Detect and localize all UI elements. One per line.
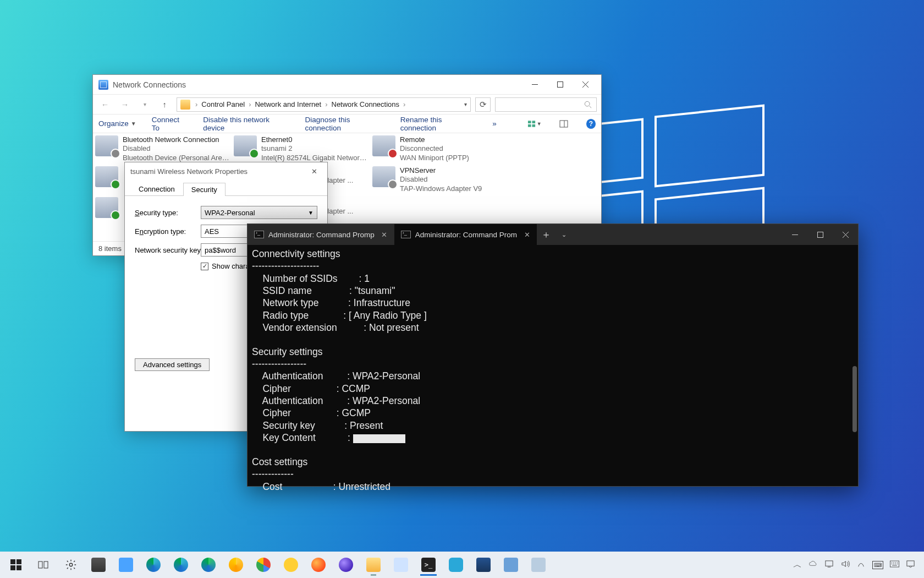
refresh-button[interactable]: ⟳ (475, 97, 491, 112)
chevron-right-icon: › (402, 100, 407, 108)
taskbar-terminal-icon[interactable]: >_ (416, 553, 441, 577)
connection-item[interactable]: Remote Disconnected WAN Miniport (PPTP) (372, 135, 509, 162)
tab-security[interactable]: Security (183, 183, 226, 196)
taskbar-store-icon[interactable] (86, 553, 111, 577)
chevron-down-icon[interactable]: ▾ (464, 101, 467, 107)
taskbar-firefox-icon[interactable] (306, 553, 331, 577)
scrollbar[interactable] (850, 245, 857, 485)
connection-status: Disabled (123, 144, 232, 153)
titlebar[interactable]: Network Connections (93, 75, 601, 95)
close-button[interactable]: ✕ (306, 163, 322, 179)
taskbar-chrome-canary-icon[interactable] (278, 553, 304, 577)
show-characters-checkbox[interactable]: ✓ (201, 263, 208, 270)
system-tray: ︿ ⌨ (788, 559, 921, 571)
taskbar-phone-icon[interactable] (113, 553, 139, 577)
taskbar-settings-icon[interactable] (58, 553, 84, 577)
taskbar-edge-canary-icon[interactable] (223, 553, 249, 577)
breadcrumb-item[interactable]: Network Connections (332, 100, 400, 108)
minimize-button[interactable] (782, 224, 807, 245)
adapter-icon (372, 166, 395, 187)
keyboard-icon[interactable] (890, 559, 899, 571)
connection-item[interactable] (95, 197, 123, 218)
language-icon[interactable]: ⌨ (872, 561, 883, 569)
minimize-button[interactable] (522, 77, 547, 93)
taskbar-chrome-icon[interactable] (251, 553, 276, 577)
connection-name: VPNServer (400, 166, 482, 175)
network-tray-icon[interactable] (824, 559, 834, 571)
chevron-right-icon: › (323, 100, 329, 108)
dialog-titlebar[interactable]: tsunami Wireless Network Properties ✕ (125, 162, 327, 180)
tray-overflow-icon[interactable]: ︿ (793, 559, 802, 571)
svg-rect-2 (528, 121, 531, 123)
tray-app-icon[interactable] (856, 559, 866, 571)
terminal-tab[interactable]: Administrator: Command Prom ✕ (394, 224, 537, 245)
tab-connection[interactable]: Connection (130, 182, 183, 195)
connection-name: Ethernet0 (261, 135, 370, 144)
terminal-tab[interactable]: Administrator: Command Promp ✕ (248, 224, 394, 245)
close-button[interactable] (833, 224, 858, 245)
terminal-titlebar[interactable]: Administrator: Command Promp ✕ Administr… (248, 224, 858, 245)
taskbar-mail-icon[interactable] (388, 553, 414, 577)
preview-pane-button[interactable] (557, 117, 571, 131)
svg-rect-13 (907, 560, 914, 565)
breadcrumb-item[interactable]: Control Panel (201, 100, 245, 108)
taskbar-vpn-icon[interactable] (471, 553, 496, 577)
maximize-button[interactable] (807, 224, 833, 245)
security-type-select[interactable]: WPA2-Personal▼ (201, 206, 317, 219)
encryption-type-label: Encryption type: (135, 227, 201, 236)
disable-device-button[interactable]: Disable this network device (203, 116, 289, 132)
notifications-icon[interactable] (906, 559, 915, 571)
connection-item[interactable] (95, 166, 123, 187)
new-tab-button[interactable]: ＋ (537, 224, 556, 245)
forward-button[interactable]: → (117, 97, 133, 112)
redacted-key-content (353, 434, 405, 443)
connection-name: Bluetooth Network Connection (123, 135, 232, 144)
connection-device: Intel(R) 82574L Gigabit Network C... (261, 154, 370, 162)
connection-item[interactable]: Bluetooth Network Connection Disabled Bl… (95, 135, 232, 162)
breadcrumb-item[interactable]: Network and Internet (255, 100, 321, 108)
help-button[interactable]: ? (586, 119, 596, 129)
start-button[interactable] (3, 553, 29, 577)
view-menu[interactable]: ▼ (527, 117, 542, 131)
taskbar-firefox-nightly-icon[interactable] (333, 553, 359, 577)
tab-close-button[interactable]: ✕ (379, 229, 390, 240)
command-bar: Organize▼ Connect To Disable this networ… (93, 114, 601, 133)
task-view-button[interactable] (31, 553, 56, 577)
taskbar-app2-icon[interactable] (498, 553, 524, 577)
connection-item[interactable]: Ethernet0 tsunami 2 Intel(R) 82574L Giga… (234, 135, 370, 162)
adapter-icon (234, 135, 257, 156)
taskbar-edge-dev-icon[interactable] (196, 553, 221, 577)
advanced-settings-button[interactable]: Advanced settings (135, 358, 210, 371)
tab-bar: Connection Security (125, 180, 327, 196)
terminal-output[interactable]: Connectivity settings ------------------… (248, 245, 858, 497)
search-icon (584, 101, 592, 108)
taskbar-app3-icon[interactable] (526, 553, 551, 577)
connect-to-button[interactable]: Connect To (152, 116, 188, 132)
up-button[interactable]: ↑ (157, 97, 172, 112)
maximize-button[interactable] (547, 77, 573, 93)
scrollbar-thumb[interactable] (853, 366, 857, 432)
recent-dropdown[interactable]: ▾ (137, 97, 152, 112)
back-button[interactable]: ← (97, 97, 113, 112)
taskbar-explorer-icon[interactable] (361, 553, 386, 577)
svg-rect-6 (560, 121, 568, 127)
onedrive-icon[interactable] (809, 559, 818, 571)
volume-icon[interactable] (840, 559, 850, 571)
tab-label: Administrator: Command Prom (415, 231, 517, 239)
diagnose-button[interactable]: Diagnose this connection (305, 116, 385, 132)
more-commands[interactable]: » (492, 119, 497, 128)
search-input[interactable] (495, 97, 597, 112)
svg-point-10 (69, 563, 73, 566)
rename-button[interactable]: Rename this connection (400, 116, 477, 132)
taskbar-app-icon[interactable] (443, 553, 469, 577)
taskbar-edge-icon[interactable] (141, 553, 166, 577)
close-button[interactable] (573, 77, 598, 93)
organize-menu[interactable]: Organize▼ (98, 119, 136, 128)
adapter-icon (95, 197, 118, 218)
breadcrumb[interactable]: › Control Panel › Network and Internet ›… (177, 97, 471, 112)
tab-close-button[interactable]: ✕ (521, 229, 532, 240)
svg-rect-8 (38, 561, 42, 568)
tab-dropdown-button[interactable]: ⌄ (556, 224, 572, 245)
taskbar-edge-beta-icon[interactable] (168, 553, 194, 577)
connection-item[interactable]: VPNServer Disabled TAP-Windows Adapter V… (372, 166, 509, 193)
